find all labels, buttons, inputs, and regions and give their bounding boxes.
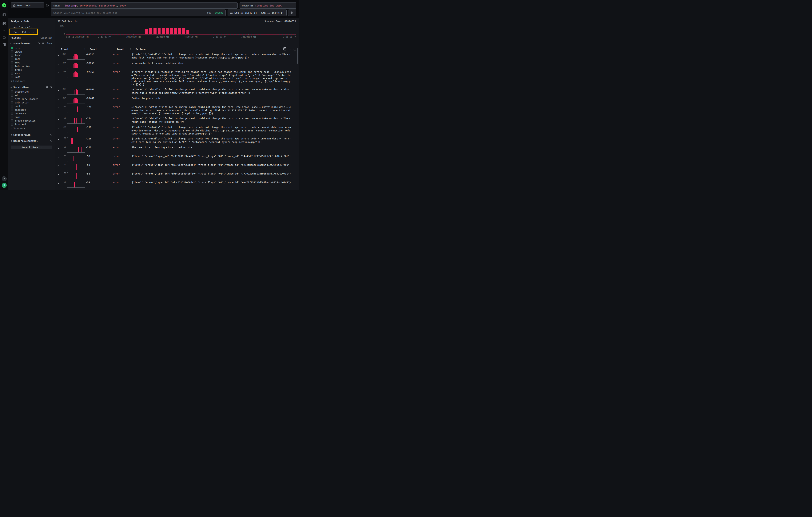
lang-sql-toggle[interactable]: SQL (207, 11, 211, 14)
checkbox[interactable] (11, 58, 13, 60)
nav-sessions-icon[interactable] (2, 35, 7, 40)
table-row[interactable]: 60~58error{"level":"error","span_id":"6b… (55, 171, 298, 180)
table-row[interactable]: 22K~97360error{"error":{"code":13,"detai… (55, 69, 298, 87)
expand-chevron-icon[interactable] (57, 53, 61, 57)
mode-results-table[interactable]: Results Table (11, 25, 52, 30)
filter-option[interactable]: ad (11, 93, 52, 97)
col-header-trend[interactable]: Trend (61, 48, 86, 51)
show-more-link[interactable]: Show more (11, 127, 52, 130)
filter-option[interactable]: fraud-detection (11, 119, 52, 122)
filter-option[interactable]: email (11, 115, 52, 119)
severity-clear-link[interactable]: Clear (46, 42, 52, 45)
filter-option[interactable]: trace (11, 68, 52, 71)
nav-chart-explorer-icon[interactable] (2, 28, 7, 33)
search-icon[interactable] (38, 42, 40, 45)
lang-lucene-toggle[interactable]: Lucene (215, 11, 223, 14)
checkbox[interactable] (11, 116, 13, 118)
checkbox[interactable] (11, 76, 13, 78)
table-row[interactable]: 60~58error{"level":"error","span_id":"cd… (55, 180, 298, 189)
filter-option[interactable]: fatal (11, 54, 52, 57)
code-view-icon[interactable] (283, 47, 286, 51)
nav-dashboards-icon[interactable] (2, 42, 7, 48)
expand-chevron-icon[interactable] (57, 61, 61, 66)
select-query-input[interactable]: SELECT Timestamp, ServiceName, SeverityT… (51, 2, 238, 8)
scrollbar[interactable] (297, 48, 298, 64)
help-button[interactable]: ? (2, 176, 7, 181)
expand-chevron-icon[interactable] (57, 117, 61, 121)
expand-chevron-icon[interactable] (57, 96, 61, 101)
col-header-pattern[interactable]: Pattern (132, 48, 296, 51)
checkbox[interactable] (11, 61, 13, 64)
checkbox[interactable] (11, 98, 13, 100)
wrap-lines-icon[interactable] (288, 48, 291, 51)
pin-icon[interactable] (50, 134, 52, 136)
checkbox[interactable] (11, 68, 13, 71)
checkbox[interactable] (11, 90, 13, 93)
checkbox[interactable] (11, 109, 13, 111)
checkbox[interactable] (11, 51, 13, 53)
filter-option[interactable]: ERROR (11, 50, 52, 54)
table-row[interactable]: 60~174error×{"code":13,"details":"failed… (55, 116, 298, 124)
expand-chevron-icon[interactable] (57, 181, 61, 185)
results-histogram[interactable]: 80K 0 Sep 11 3:30:00 PM 7:30:00 PM 10:30… (58, 24, 296, 40)
table-row[interactable]: 22K~98523error{"code":13,"details":"fail… (55, 52, 298, 61)
table-row[interactable]: 22K~95441errorFailed to place order (55, 96, 298, 105)
filter-option[interactable]: accounting (11, 90, 52, 93)
avatar[interactable]: U (2, 183, 7, 188)
table-row[interactable]: 24K~98058errorVisa cache full: cannot ad… (55, 61, 298, 69)
filter-option[interactable]: cainjector (11, 101, 52, 105)
checkbox[interactable] (11, 54, 13, 57)
checkbox[interactable] (11, 101, 13, 104)
run-query-button[interactable] (288, 9, 296, 16)
pin-icon[interactable] (42, 42, 44, 45)
checkbox[interactable] (11, 72, 13, 75)
filter-option[interactable]: error (11, 46, 52, 50)
filter-option[interactable]: frontend (11, 122, 52, 126)
more-filters-button[interactable]: More filters (11, 146, 52, 149)
expand-chevron-icon[interactable] (57, 88, 61, 92)
download-icon[interactable] (293, 48, 296, 51)
table-row[interactable]: 60~116error{"code":13,"details":"failed … (55, 136, 298, 145)
table-row[interactable]: 22K~97069error×{"code":13,"details":"fai… (55, 87, 298, 96)
clear-all-link[interactable]: Clear all (40, 36, 52, 39)
expand-chevron-icon[interactable] (57, 190, 61, 190)
scope-version-section[interactable]: ScopeVersion (11, 133, 52, 136)
checkbox[interactable] (11, 119, 13, 122)
pin-icon[interactable] (50, 140, 52, 142)
table-row[interactable]: 60~58error{"level":"error","span_id":"0c… (55, 153, 298, 162)
expand-chevron-icon[interactable] (57, 154, 61, 159)
date-range-picker[interactable]: Sep 11 15:47:14 - Sep 12 15:47:14 (228, 9, 287, 16)
service-section-header[interactable]: ServiceName (11, 86, 52, 89)
filter-option[interactable]: WARN (11, 75, 52, 79)
expand-chevron-icon[interactable] (57, 163, 61, 168)
checkbox[interactable] (11, 94, 13, 96)
filter-option[interactable]: Information (11, 64, 52, 68)
expand-chevron-icon[interactable] (57, 125, 61, 130)
checkbox[interactable] (11, 105, 13, 108)
pin-icon[interactable] (50, 86, 52, 88)
mode-event-patterns[interactable]: Event Patterns (11, 30, 52, 34)
severity-section-header[interactable]: SeverityText Clear (11, 42, 52, 45)
expand-chevron-icon[interactable] (57, 146, 61, 150)
col-header-count[interactable]: Count (86, 48, 113, 51)
col-header-level[interactable]: level (113, 48, 132, 51)
table-row[interactable]: 60~58error{"level":"error","span_id":"eb… (55, 162, 298, 171)
search-input[interactable]: Search your events w/ Lucene ex. column:… (51, 9, 226, 16)
source-select[interactable]: Demo Logs (11, 2, 44, 8)
gear-icon[interactable] (46, 4, 49, 8)
checkbox-checked[interactable] (11, 47, 13, 49)
filter-option[interactable]: warn (11, 71, 52, 75)
filter-option[interactable]: INFO (11, 61, 52, 64)
order-by-input[interactable]: ORDER BY TimestampTime DESC (239, 2, 296, 8)
filter-option[interactable]: currency (11, 112, 52, 115)
checkbox[interactable] (11, 112, 13, 115)
nav-search-logs-icon[interactable] (2, 21, 7, 26)
search-icon[interactable] (46, 86, 48, 88)
table-row[interactable]: 60~58error{"level":"error","span_id":"33… (55, 189, 298, 190)
load-more-link[interactable]: Load more (11, 80, 52, 83)
table-row[interactable]: 180~174error×{"code":13,"details":"faile… (55, 105, 298, 116)
filter-option[interactable]: artillery-loadgen (11, 97, 52, 101)
checkbox[interactable] (11, 123, 13, 125)
resource-schema-url-section[interactable]: ResourceSchemaUrl (11, 139, 52, 142)
expand-chevron-icon[interactable] (57, 137, 61, 141)
